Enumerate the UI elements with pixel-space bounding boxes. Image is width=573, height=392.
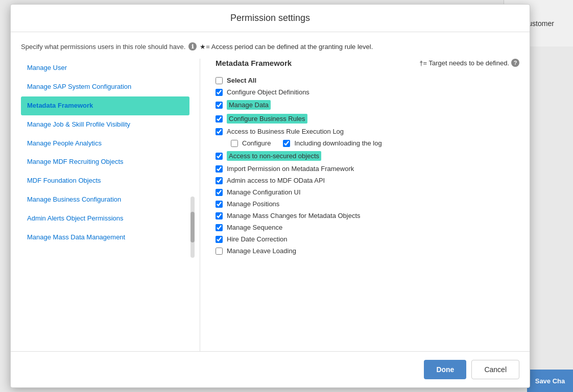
label-hire-date-correction: Hire Date Correction xyxy=(227,235,288,243)
label-configure: Configure xyxy=(242,139,271,147)
checkbox-select-all[interactable] xyxy=(216,77,223,84)
label-select-all: Select All xyxy=(227,77,256,84)
sidebar-item-manage-people-analytics[interactable]: Manage People Analytics xyxy=(21,134,189,153)
label-manage-data: Manage Data xyxy=(227,100,271,110)
permission-row-manage-configuration-ui: Manage Configuration UI xyxy=(216,186,519,198)
modal-description: Specify what permissions users in this r… xyxy=(21,42,519,51)
checkbox-configure-business-rules[interactable] xyxy=(216,115,223,122)
permission-row-configure-object-definitions: Configure Object Definitions xyxy=(216,86,519,98)
checkbox-configure-object-definitions[interactable] xyxy=(216,89,223,96)
checkbox-hire-date-correction[interactable] xyxy=(216,236,223,243)
permission-row-manage-sequence: Manage Sequence xyxy=(216,222,519,233)
sidebar-item-manage-business-config[interactable]: Manage Business Configuration xyxy=(21,190,189,209)
modal-header: Permission settings xyxy=(11,5,530,32)
label-including-downloading: Including downloading the log xyxy=(294,139,381,147)
scroll-track xyxy=(190,197,195,258)
label-manage-configuration-ui: Manage Configuration UI xyxy=(227,188,301,196)
modal-footer: Done Cancel xyxy=(11,351,530,387)
checkbox-manage-positions[interactable] xyxy=(216,201,223,208)
scroll-thumb[interactable] xyxy=(190,212,195,242)
permissions-panel: Metadata Framework †= Target needs to be… xyxy=(205,59,519,351)
label-access-business-rule-log: Access to Business Rule Execution Log xyxy=(227,128,344,135)
sidebar-nav: Manage UserManage SAP System Configurati… xyxy=(21,59,195,351)
checkbox-manage-leave-loading[interactable] xyxy=(216,248,223,255)
label-admin-access-odata: Admin access to MDF OData API xyxy=(227,177,325,184)
label-manage-leave-loading: Manage Leave Loading xyxy=(227,247,296,255)
permission-settings-modal: Permission settings Specify what permiss… xyxy=(10,4,530,388)
panel-title: Metadata Framework xyxy=(216,59,292,67)
label-configure-business-rules: Configure Business Rules xyxy=(227,114,307,124)
label-configure-object-definitions: Configure Object Definitions xyxy=(227,88,309,96)
sidebar-item-metadata-framework[interactable]: Metadata Framework xyxy=(21,96,189,115)
permission-row-manage-mass-changes: Manage Mass Changes for Metadata Objects xyxy=(216,210,519,222)
sidebar-item-mdf-foundation-objects[interactable]: MDF Foundation Objects xyxy=(21,172,189,190)
sidebar-item-manage-user[interactable]: Manage User xyxy=(21,59,189,78)
modal-title: Permission settings xyxy=(230,13,310,23)
label-import-permission: Import Permission on Metadata Framework xyxy=(227,165,354,173)
checkbox-admin-access-odata[interactable] xyxy=(216,177,223,184)
star-note: ★= Access period can be defined at the g… xyxy=(200,43,373,51)
info-icon[interactable]: ℹ xyxy=(188,42,197,51)
sidebar-divider xyxy=(200,59,200,351)
checkbox-import-permission[interactable] xyxy=(216,165,223,173)
permission-row-import-permission: Import Permission on Metadata Framework xyxy=(216,163,519,175)
panel-note-text: †= Target needs to be defined. xyxy=(419,59,509,67)
label-manage-mass-changes: Manage Mass Changes for Metadata Objects xyxy=(227,212,361,219)
permission-row-hire-date-correction: Hire Date Correction xyxy=(216,233,519,245)
sidebar-item-manage-mdf-recruiting[interactable]: Manage MDF Recruiting Objects xyxy=(21,153,189,172)
label-access-non-secured: Access to non-secured objects xyxy=(227,151,321,161)
save-changes-button[interactable]: Save Cha xyxy=(527,370,573,392)
label-manage-sequence: Manage Sequence xyxy=(227,224,282,231)
panel-header: Metadata Framework †= Target needs to be… xyxy=(216,59,519,67)
checkbox-manage-sequence[interactable] xyxy=(216,224,223,231)
checkbox-manage-data[interactable] xyxy=(216,102,223,109)
checkbox-manage-mass-changes[interactable] xyxy=(216,212,223,219)
permission-row-configure-business-rules: Configure Business Rules xyxy=(216,112,519,126)
permission-row-configure: ConfigureIncluding downloading the log xyxy=(216,137,519,149)
permission-row-manage-leave-loading: Manage Leave Loading xyxy=(216,245,519,257)
permission-row-access-non-secured: Access to non-secured objects xyxy=(216,149,519,163)
checkbox-configure[interactable] xyxy=(231,140,238,147)
sidebar-item-manage-mass-data[interactable]: Manage Mass Data Management xyxy=(21,228,189,247)
permission-row-access-business-rule-log: Access to Business Rule Execution Log xyxy=(216,126,519,137)
checkbox-including-downloading[interactable] xyxy=(283,140,290,147)
checkbox-access-non-secured[interactable] xyxy=(216,153,223,160)
modal-body: Specify what permissions users in this r… xyxy=(11,32,530,351)
content-area: Manage UserManage SAP System Configurati… xyxy=(21,59,519,351)
checkbox-manage-configuration-ui[interactable] xyxy=(216,189,223,196)
cancel-button[interactable]: Cancel xyxy=(471,360,519,379)
sidebar-item-manage-sap-system[interactable]: Manage SAP System Configuration xyxy=(21,78,189,96)
sidebar-item-admin-alerts-object[interactable]: Admin Alerts Object Permissions xyxy=(21,209,189,228)
sidebar-item-manage-job-skill[interactable]: Manage Job & Skill Profile Visibility xyxy=(21,115,189,134)
permission-row-manage-data: Manage Data xyxy=(216,98,519,112)
permission-row-admin-access-odata: Admin access to MDF OData API xyxy=(216,175,519,186)
permission-row-manage-positions: Manage Positions xyxy=(216,198,519,210)
help-icon[interactable]: ? xyxy=(511,59,519,67)
permission-row-select-all: Select All xyxy=(216,75,519,86)
done-button[interactable]: Done xyxy=(424,360,466,379)
panel-note: †= Target needs to be defined. ? xyxy=(419,59,519,67)
checkbox-access-business-rule-log[interactable] xyxy=(216,128,223,135)
description-text: Specify what permissions users in this r… xyxy=(21,43,185,51)
save-changes-label: Save Cha xyxy=(535,377,565,385)
label-manage-positions: Manage Positions xyxy=(227,200,279,208)
